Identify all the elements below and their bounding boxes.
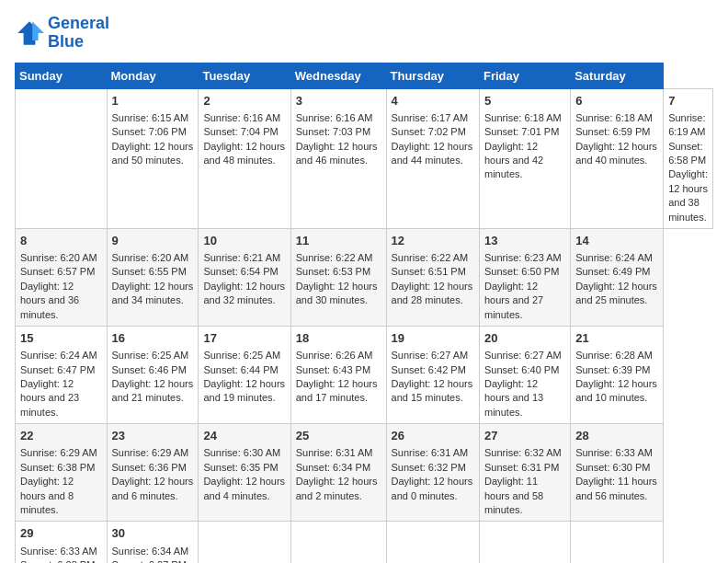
daylight: Daylight: 12 hours and 19 minutes.	[203, 378, 285, 403]
calendar-cell: 14Sunrise: 6:24 AMSunset: 6:49 PMDayligh…	[571, 228, 664, 326]
sunset: Sunset: 6:47 PM	[20, 364, 95, 375]
day-number: 4	[392, 93, 474, 109]
day-number: 12	[392, 233, 474, 249]
calendar-cell	[199, 522, 290, 563]
calendar-cell	[386, 522, 479, 563]
sunrise: Sunrise: 6:25 AM	[203, 350, 280, 361]
daylight: Daylight: 12 hours and 17 minutes.	[296, 378, 378, 403]
sunset: Sunset: 6:49 PM	[575, 266, 650, 277]
calendar-cell: 11Sunrise: 6:22 AMSunset: 6:53 PMDayligh…	[290, 228, 386, 326]
sunrise: Sunrise: 6:32 AM	[484, 447, 562, 458]
sunset: Sunset: 6:59 PM	[575, 126, 650, 137]
day-number: 17	[203, 330, 285, 347]
col-header-sunday: Sunday	[16, 63, 108, 88]
calendar-cell	[16, 88, 108, 228]
day-number: 19	[392, 330, 474, 347]
day-number: 26	[392, 428, 474, 444]
daylight: Daylight: 11 hours and 56 minutes.	[575, 476, 657, 500]
calendar-cell: 3Sunrise: 6:16 AMSunset: 7:03 PMDaylight…	[290, 88, 386, 228]
sunrise: Sunrise: 6:21 AM	[203, 252, 280, 263]
calendar-cell: 16Sunrise: 6:25 AMSunset: 6:46 PMDayligh…	[107, 327, 199, 424]
sunrise: Sunrise: 6:15 AM	[112, 112, 189, 123]
calendar-cell: 2Sunrise: 6:16 AMSunset: 7:04 PMDaylight…	[199, 88, 290, 228]
week-row: 1Sunrise: 6:15 AMSunset: 7:06 PMDaylight…	[16, 88, 713, 228]
sunrise: Sunrise: 6:18 AM	[484, 112, 562, 123]
sunrise: Sunrise: 6:33 AM	[20, 546, 97, 557]
day-number: 21	[575, 330, 658, 347]
daylight: Daylight: 11 hours and 58 minutes.	[484, 476, 543, 515]
logo-text: General Blue	[48, 15, 109, 52]
calendar-cell: 10Sunrise: 6:21 AMSunset: 6:54 PMDayligh…	[199, 228, 290, 326]
daylight: Daylight: 12 hours and 15 minutes.	[392, 378, 473, 403]
sunrise: Sunrise: 6:16 AM	[203, 112, 280, 123]
sunrise: Sunrise: 6:19 AM	[668, 112, 705, 137]
sunrise: Sunrise: 6:22 AM	[392, 252, 469, 263]
daylight: Daylight: 12 hours and 40 minutes.	[575, 141, 657, 166]
day-number: 18	[296, 330, 381, 347]
calendar-cell: 26Sunrise: 6:31 AMSunset: 6:32 PMDayligh…	[386, 424, 479, 522]
col-header-monday: Monday	[107, 63, 199, 88]
calendar-cell: 30Sunrise: 6:34 AMSunset: 6:27 PMDayligh…	[107, 522, 199, 563]
week-row: 8Sunrise: 6:20 AMSunset: 6:57 PMDaylight…	[16, 228, 713, 326]
day-number: 25	[296, 428, 381, 444]
header-row: SundayMondayTuesdayWednesdayThursdayFrid…	[16, 63, 713, 88]
daylight: Daylight: 12 hours and 2 minutes.	[296, 476, 378, 500]
daylight: Daylight: 12 hours and 8 minutes.	[20, 476, 74, 515]
calendar-cell: 8Sunrise: 6:20 AMSunset: 6:57 PMDaylight…	[16, 228, 108, 326]
day-number: 20	[484, 330, 565, 347]
sunset: Sunset: 6:30 PM	[575, 462, 650, 473]
sunrise: Sunrise: 6:23 AM	[484, 252, 562, 263]
calendar-cell: 20Sunrise: 6:27 AMSunset: 6:40 PMDayligh…	[480, 327, 571, 424]
calendar-cell: 27Sunrise: 6:32 AMSunset: 6:31 PMDayligh…	[480, 424, 571, 522]
sunset: Sunset: 6:32 PM	[392, 462, 466, 473]
calendar-cell: 15Sunrise: 6:24 AMSunset: 6:47 PMDayligh…	[16, 327, 108, 424]
sunset: Sunset: 6:38 PM	[20, 462, 95, 473]
calendar-cell: 4Sunrise: 6:17 AMSunset: 7:02 PMDaylight…	[386, 88, 479, 228]
sunset: Sunset: 6:42 PM	[392, 364, 466, 375]
daylight: Daylight: 12 hours and 48 minutes.	[203, 141, 285, 166]
day-number: 28	[575, 428, 658, 444]
daylight: Daylight: 12 hours and 25 minutes.	[575, 281, 657, 305]
day-number: 10	[203, 233, 285, 249]
sunrise: Sunrise: 6:27 AM	[392, 350, 469, 361]
day-number: 6	[575, 93, 658, 109]
calendar-cell: 6Sunrise: 6:18 AMSunset: 6:59 PMDaylight…	[571, 88, 664, 228]
sunrise: Sunrise: 6:24 AM	[20, 350, 97, 361]
daylight: Daylight: 12 hours and 42 minutes.	[484, 141, 543, 180]
sunrise: Sunrise: 6:34 AM	[112, 546, 189, 557]
sunset: Sunset: 7:01 PM	[484, 126, 559, 137]
day-number: 14	[575, 233, 658, 249]
day-number: 30	[112, 525, 194, 542]
sunrise: Sunrise: 6:25 AM	[112, 350, 189, 361]
day-number: 1	[112, 93, 194, 109]
calendar-cell	[290, 522, 386, 563]
sunrise: Sunrise: 6:24 AM	[575, 252, 653, 263]
daylight: Daylight: 12 hours and 6 minutes.	[112, 476, 194, 500]
calendar-cell: 7Sunrise: 6:19 AMSunset: 6:58 PMDaylight…	[664, 88, 713, 228]
sunset: Sunset: 7:02 PM	[392, 126, 466, 137]
sunrise: Sunrise: 6:26 AM	[296, 350, 373, 361]
sunset: Sunset: 7:04 PM	[203, 126, 278, 137]
sunrise: Sunrise: 6:29 AM	[20, 447, 97, 458]
calendar-cell: 13Sunrise: 6:23 AMSunset: 6:50 PMDayligh…	[480, 228, 571, 326]
calendar-cell: 5Sunrise: 6:18 AMSunset: 7:01 PMDaylight…	[480, 88, 571, 228]
daylight: Daylight: 12 hours and 36 minutes.	[20, 281, 79, 320]
col-header-saturday: Saturday	[571, 63, 664, 88]
logo: General Blue	[15, 15, 109, 52]
day-number: 27	[484, 428, 565, 444]
daylight: Daylight: 12 hours and 38 minutes.	[668, 168, 708, 222]
sunset: Sunset: 6:28 PM	[20, 559, 95, 563]
daylight: Daylight: 12 hours and 28 minutes.	[392, 281, 473, 305]
calendar-cell: 22Sunrise: 6:29 AMSunset: 6:38 PMDayligh…	[16, 424, 108, 522]
sunrise: Sunrise: 6:28 AM	[575, 350, 653, 361]
calendar-cell: 19Sunrise: 6:27 AMSunset: 6:42 PMDayligh…	[386, 327, 479, 424]
day-number: 16	[112, 330, 194, 347]
daylight: Daylight: 12 hours and 27 minutes.	[484, 281, 543, 320]
daylight: Daylight: 12 hours and 46 minutes.	[296, 141, 378, 166]
daylight: Daylight: 12 hours and 21 minutes.	[112, 378, 194, 403]
sunrise: Sunrise: 6:33 AM	[575, 447, 653, 458]
day-number: 2	[203, 93, 285, 109]
calendar-cell: 17Sunrise: 6:25 AMSunset: 6:44 PMDayligh…	[199, 327, 290, 424]
daylight: Daylight: 12 hours and 23 minutes.	[20, 378, 79, 418]
col-header-wednesday: Wednesday	[290, 63, 386, 88]
